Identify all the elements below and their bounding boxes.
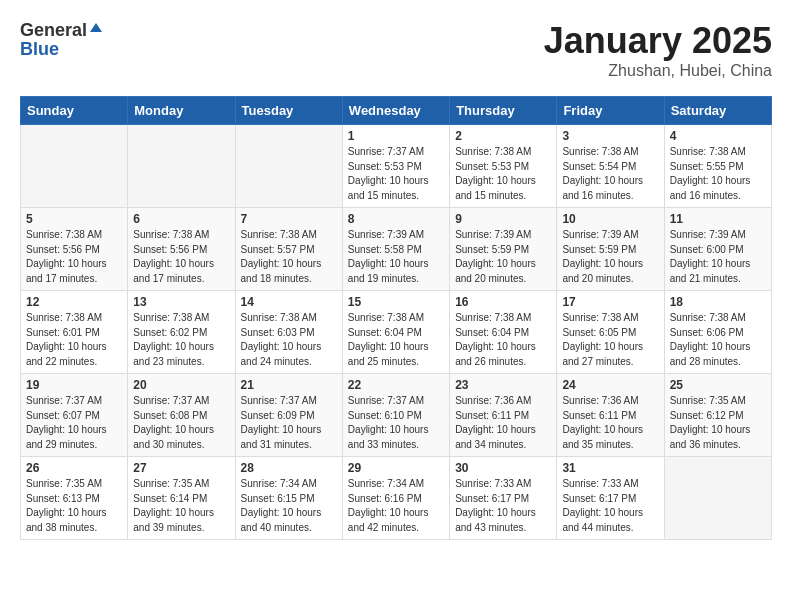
- day-number: 30: [455, 461, 551, 475]
- day-cell: 4Sunrise: 7:38 AM Sunset: 5:55 PM Daylig…: [664, 125, 771, 208]
- day-cell: [128, 125, 235, 208]
- day-cell: 3Sunrise: 7:38 AM Sunset: 5:54 PM Daylig…: [557, 125, 664, 208]
- day-cell: 20Sunrise: 7:37 AM Sunset: 6:08 PM Dayli…: [128, 374, 235, 457]
- day-number: 3: [562, 129, 658, 143]
- day-cell: 11Sunrise: 7:39 AM Sunset: 6:00 PM Dayli…: [664, 208, 771, 291]
- day-number: 22: [348, 378, 444, 392]
- day-info: Sunrise: 7:38 AM Sunset: 6:04 PM Dayligh…: [455, 311, 551, 369]
- weekday-header-friday: Friday: [557, 97, 664, 125]
- day-number: 31: [562, 461, 658, 475]
- day-info: Sunrise: 7:35 AM Sunset: 6:14 PM Dayligh…: [133, 477, 229, 535]
- day-cell: 19Sunrise: 7:37 AM Sunset: 6:07 PM Dayli…: [21, 374, 128, 457]
- week-row-4: 19Sunrise: 7:37 AM Sunset: 6:07 PM Dayli…: [21, 374, 772, 457]
- day-cell: 16Sunrise: 7:38 AM Sunset: 6:04 PM Dayli…: [450, 291, 557, 374]
- day-info: Sunrise: 7:33 AM Sunset: 6:17 PM Dayligh…: [455, 477, 551, 535]
- day-info: Sunrise: 7:34 AM Sunset: 6:15 PM Dayligh…: [241, 477, 337, 535]
- day-number: 1: [348, 129, 444, 143]
- day-cell: 1Sunrise: 7:37 AM Sunset: 5:53 PM Daylig…: [342, 125, 449, 208]
- day-cell: [664, 457, 771, 540]
- calendar-subtitle: Zhushan, Hubei, China: [544, 62, 772, 80]
- day-number: 2: [455, 129, 551, 143]
- day-info: Sunrise: 7:38 AM Sunset: 6:06 PM Dayligh…: [670, 311, 766, 369]
- day-number: 10: [562, 212, 658, 226]
- day-cell: 26Sunrise: 7:35 AM Sunset: 6:13 PM Dayli…: [21, 457, 128, 540]
- weekday-header-tuesday: Tuesday: [235, 97, 342, 125]
- day-cell: 27Sunrise: 7:35 AM Sunset: 6:14 PM Dayli…: [128, 457, 235, 540]
- day-number: 24: [562, 378, 658, 392]
- week-row-3: 12Sunrise: 7:38 AM Sunset: 6:01 PM Dayli…: [21, 291, 772, 374]
- week-row-1: 1Sunrise: 7:37 AM Sunset: 5:53 PM Daylig…: [21, 125, 772, 208]
- weekday-header-sunday: Sunday: [21, 97, 128, 125]
- calendar-title: January 2025: [544, 20, 772, 62]
- day-info: Sunrise: 7:39 AM Sunset: 5:59 PM Dayligh…: [455, 228, 551, 286]
- day-info: Sunrise: 7:35 AM Sunset: 6:12 PM Dayligh…: [670, 394, 766, 452]
- day-info: Sunrise: 7:39 AM Sunset: 5:59 PM Dayligh…: [562, 228, 658, 286]
- day-cell: 7Sunrise: 7:38 AM Sunset: 5:57 PM Daylig…: [235, 208, 342, 291]
- day-info: Sunrise: 7:38 AM Sunset: 6:04 PM Dayligh…: [348, 311, 444, 369]
- logo: General Blue: [20, 20, 103, 60]
- day-info: Sunrise: 7:38 AM Sunset: 5:56 PM Dayligh…: [26, 228, 122, 286]
- day-number: 18: [670, 295, 766, 309]
- weekday-header-saturday: Saturday: [664, 97, 771, 125]
- day-info: Sunrise: 7:38 AM Sunset: 6:05 PM Dayligh…: [562, 311, 658, 369]
- day-number: 26: [26, 461, 122, 475]
- day-info: Sunrise: 7:38 AM Sunset: 5:55 PM Dayligh…: [670, 145, 766, 203]
- day-number: 17: [562, 295, 658, 309]
- day-number: 28: [241, 461, 337, 475]
- day-info: Sunrise: 7:36 AM Sunset: 6:11 PM Dayligh…: [562, 394, 658, 452]
- day-number: 5: [26, 212, 122, 226]
- weekday-header-wednesday: Wednesday: [342, 97, 449, 125]
- day-cell: 9Sunrise: 7:39 AM Sunset: 5:59 PM Daylig…: [450, 208, 557, 291]
- logo-arrow-icon: [89, 22, 103, 40]
- day-info: Sunrise: 7:37 AM Sunset: 6:08 PM Dayligh…: [133, 394, 229, 452]
- day-number: 12: [26, 295, 122, 309]
- day-info: Sunrise: 7:36 AM Sunset: 6:11 PM Dayligh…: [455, 394, 551, 452]
- day-info: Sunrise: 7:37 AM Sunset: 5:53 PM Dayligh…: [348, 145, 444, 203]
- day-number: 9: [455, 212, 551, 226]
- day-cell: [235, 125, 342, 208]
- day-cell: 17Sunrise: 7:38 AM Sunset: 6:05 PM Dayli…: [557, 291, 664, 374]
- day-info: Sunrise: 7:38 AM Sunset: 6:03 PM Dayligh…: [241, 311, 337, 369]
- day-info: Sunrise: 7:35 AM Sunset: 6:13 PM Dayligh…: [26, 477, 122, 535]
- day-cell: 25Sunrise: 7:35 AM Sunset: 6:12 PM Dayli…: [664, 374, 771, 457]
- day-number: 16: [455, 295, 551, 309]
- day-cell: 14Sunrise: 7:38 AM Sunset: 6:03 PM Dayli…: [235, 291, 342, 374]
- logo-general-text: General: [20, 20, 87, 41]
- day-cell: 18Sunrise: 7:38 AM Sunset: 6:06 PM Dayli…: [664, 291, 771, 374]
- day-cell: 5Sunrise: 7:38 AM Sunset: 5:56 PM Daylig…: [21, 208, 128, 291]
- day-cell: 29Sunrise: 7:34 AM Sunset: 6:16 PM Dayli…: [342, 457, 449, 540]
- day-cell: 15Sunrise: 7:38 AM Sunset: 6:04 PM Dayli…: [342, 291, 449, 374]
- day-info: Sunrise: 7:38 AM Sunset: 5:57 PM Dayligh…: [241, 228, 337, 286]
- day-number: 7: [241, 212, 337, 226]
- day-cell: 12Sunrise: 7:38 AM Sunset: 6:01 PM Dayli…: [21, 291, 128, 374]
- day-cell: 21Sunrise: 7:37 AM Sunset: 6:09 PM Dayli…: [235, 374, 342, 457]
- day-info: Sunrise: 7:38 AM Sunset: 6:02 PM Dayligh…: [133, 311, 229, 369]
- day-number: 14: [241, 295, 337, 309]
- page-header: General Blue January 2025 Zhushan, Hubei…: [20, 20, 772, 80]
- day-cell: 10Sunrise: 7:39 AM Sunset: 5:59 PM Dayli…: [557, 208, 664, 291]
- day-cell: 28Sunrise: 7:34 AM Sunset: 6:15 PM Dayli…: [235, 457, 342, 540]
- day-cell: 23Sunrise: 7:36 AM Sunset: 6:11 PM Dayli…: [450, 374, 557, 457]
- day-info: Sunrise: 7:37 AM Sunset: 6:09 PM Dayligh…: [241, 394, 337, 452]
- day-info: Sunrise: 7:38 AM Sunset: 6:01 PM Dayligh…: [26, 311, 122, 369]
- day-info: Sunrise: 7:38 AM Sunset: 5:56 PM Dayligh…: [133, 228, 229, 286]
- day-number: 11: [670, 212, 766, 226]
- day-number: 20: [133, 378, 229, 392]
- day-cell: 2Sunrise: 7:38 AM Sunset: 5:53 PM Daylig…: [450, 125, 557, 208]
- week-row-5: 26Sunrise: 7:35 AM Sunset: 6:13 PM Dayli…: [21, 457, 772, 540]
- svg-marker-0: [90, 23, 102, 32]
- day-number: 8: [348, 212, 444, 226]
- day-info: Sunrise: 7:38 AM Sunset: 5:53 PM Dayligh…: [455, 145, 551, 203]
- day-cell: 31Sunrise: 7:33 AM Sunset: 6:17 PM Dayli…: [557, 457, 664, 540]
- day-cell: 6Sunrise: 7:38 AM Sunset: 5:56 PM Daylig…: [128, 208, 235, 291]
- day-number: 27: [133, 461, 229, 475]
- day-info: Sunrise: 7:37 AM Sunset: 6:07 PM Dayligh…: [26, 394, 122, 452]
- weekday-header-monday: Monday: [128, 97, 235, 125]
- day-info: Sunrise: 7:38 AM Sunset: 5:54 PM Dayligh…: [562, 145, 658, 203]
- weekday-header-row: SundayMondayTuesdayWednesdayThursdayFrid…: [21, 97, 772, 125]
- day-number: 29: [348, 461, 444, 475]
- day-number: 13: [133, 295, 229, 309]
- day-info: Sunrise: 7:39 AM Sunset: 5:58 PM Dayligh…: [348, 228, 444, 286]
- day-cell: 30Sunrise: 7:33 AM Sunset: 6:17 PM Dayli…: [450, 457, 557, 540]
- day-cell: 13Sunrise: 7:38 AM Sunset: 6:02 PM Dayli…: [128, 291, 235, 374]
